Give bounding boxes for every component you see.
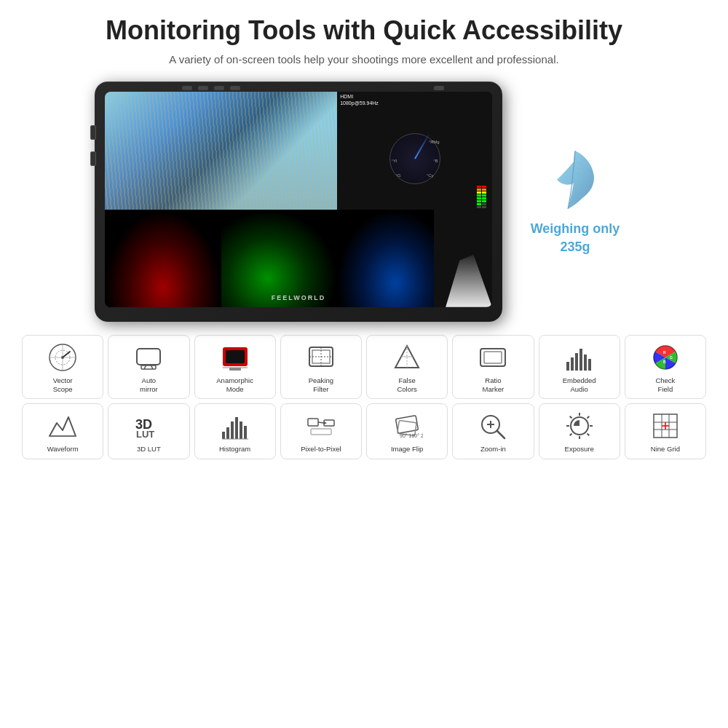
zoom-in-label: Zoom-in — [480, 445, 506, 454]
svg-rect-44 — [308, 419, 318, 426]
feature-waveform: Waveform — [22, 403, 103, 459]
page-title: Monitoring Tools with Quick Accessibilit… — [106, 15, 622, 46]
nine-grid-label: Nine Grid — [651, 445, 680, 454]
feature-check-field: R G B CheckField — [625, 335, 706, 400]
svg-marker-47 — [324, 422, 327, 424]
svg-rect-22 — [484, 352, 502, 363]
svg-text:G: G — [670, 355, 673, 360]
svg-rect-26 — [579, 349, 582, 371]
svg-rect-42 — [244, 426, 247, 439]
svg-rect-23 — [566, 362, 569, 371]
feather-icon — [546, 147, 604, 213]
anamorphic-icon — [219, 341, 251, 373]
screen-image — [105, 92, 337, 210]
feature-false-colors: FalseColors — [366, 335, 448, 400]
monitor-screen: HDMI1080p@59.94Hz °R °Mg °G °Cy °Yl °B — [105, 92, 492, 307]
auto-mirror-label: Automirror — [140, 376, 158, 395]
pixel-to-pixel-label: Pixel-to-Pixel — [301, 445, 341, 454]
waveform-green — [221, 210, 338, 306]
vectorscope-display: °R °Mg °G °Cy °Yl °B — [337, 108, 492, 210]
ratio-marker-label: RatioMarker — [483, 376, 505, 395]
feature-exposure: Exposure — [539, 403, 620, 459]
features-row1: VectorScope Automirror — [22, 335, 706, 400]
feature-histogram: Histogram — [194, 403, 276, 459]
svg-rect-7 — [141, 365, 156, 369]
pixel-to-pixel-icon — [305, 410, 337, 442]
peaking-label: PeakingFilter — [309, 376, 333, 395]
histogram-display — [434, 210, 492, 306]
svg-text:B: B — [663, 360, 666, 364]
svg-rect-24 — [571, 357, 574, 371]
feature-vector-scope: VectorScope — [22, 335, 103, 400]
histogram-label: Histogram — [219, 445, 250, 454]
page-subtitle: A variety of on-screen tools help your s… — [169, 52, 558, 68]
svg-line-63 — [587, 416, 589, 419]
image-flip-label: Image Flip — [391, 445, 423, 454]
feature-3dlut: 3D LUT 3D LUT — [108, 403, 189, 459]
check-field-icon: R G B — [649, 341, 681, 373]
feature-embedded-audio: EmbeddedAudio — [539, 335, 620, 400]
svg-line-46 — [318, 422, 324, 423]
svg-rect-11 — [226, 350, 245, 363]
features-row2: Waveform 3D LUT 3D LUT — [22, 403, 706, 459]
svg-rect-28 — [588, 359, 591, 371]
svg-rect-6 — [137, 349, 160, 365]
svg-rect-48 — [311, 429, 331, 435]
exposure-label: Exposure — [565, 445, 594, 454]
feature-nine-grid: Nine Grid — [625, 403, 706, 459]
false-colors-icon — [391, 341, 423, 373]
svg-line-53 — [497, 431, 505, 439]
waveform-red — [105, 210, 221, 306]
monitor-device: HDMI1080p@59.94Hz °R °Mg °G °Cy °Yl °B — [95, 82, 502, 322]
svg-point-5 — [61, 356, 64, 359]
image-flip-icon: 90° 180° 270° — [391, 410, 423, 442]
svg-marker-33 — [50, 417, 76, 436]
embedded-audio-label: EmbeddedAudio — [563, 376, 596, 395]
zoom-in-icon — [477, 410, 509, 442]
svg-rect-37 — [222, 432, 225, 439]
3dlut-label: 3D LUT — [137, 445, 161, 454]
feature-anamorphic: AnamorphicMode — [194, 335, 276, 400]
svg-rect-38 — [226, 427, 229, 439]
svg-text:90° 180° 270°: 90° 180° 270° — [400, 433, 423, 438]
feature-image-flip: 90° 180° 270° Image Flip — [366, 403, 448, 459]
waveform-icon — [47, 410, 79, 442]
screen-overlay: HDMI1080p@59.94Hz °R °Mg °G °Cy °Yl °B — [337, 92, 492, 210]
hdmi-label: HDMI1080p@59.94Hz — [337, 92, 492, 108]
waveform-blue — [337, 210, 434, 306]
brand-label: FEELWORLD — [272, 294, 326, 301]
anamorphic-label: AnamorphicMode — [216, 376, 253, 395]
svg-line-62 — [587, 434, 589, 436]
nine-grid-icon — [649, 410, 681, 442]
embedded-audio-icon — [563, 341, 596, 373]
ratio-marker-icon — [477, 341, 509, 373]
svg-rect-27 — [584, 355, 587, 371]
svg-text:LUT: LUT — [136, 429, 154, 440]
histogram-icon — [219, 410, 251, 442]
svg-rect-25 — [575, 353, 578, 371]
vector-scope-label: VectorScope — [53, 376, 73, 395]
vector-scope-icon — [47, 341, 79, 373]
svg-rect-13 — [229, 368, 241, 371]
feature-ratio-marker: RatioMarker — [452, 335, 534, 400]
svg-rect-41 — [240, 422, 242, 439]
svg-line-61 — [569, 416, 571, 419]
3dlut-icon: 3D LUT — [132, 410, 165, 442]
feature-peaking: PeakingFilter — [280, 335, 362, 400]
weight-section: Weighing only235g — [517, 147, 633, 256]
svg-rect-39 — [231, 422, 234, 439]
check-field-label: CheckField — [655, 376, 675, 395]
exposure-icon — [563, 410, 596, 442]
feature-zoom-in: Zoom-in — [452, 403, 534, 459]
false-colors-label: FalseColors — [397, 376, 416, 395]
svg-rect-40 — [235, 417, 238, 439]
svg-text:R: R — [663, 350, 666, 355]
svg-line-64 — [569, 434, 571, 436]
weight-text: Weighing only235g — [531, 220, 620, 256]
peaking-icon — [305, 341, 337, 373]
auto-mirror-icon — [132, 341, 165, 373]
feature-auto-mirror: Automirror — [108, 335, 189, 400]
waveform-label: Waveform — [47, 445, 79, 454]
feature-pixel-to-pixel: Pixel-to-Pixel — [280, 403, 362, 459]
middle-section: HDMI1080p@59.94Hz °R °Mg °G °Cy °Yl °B — [22, 82, 706, 322]
